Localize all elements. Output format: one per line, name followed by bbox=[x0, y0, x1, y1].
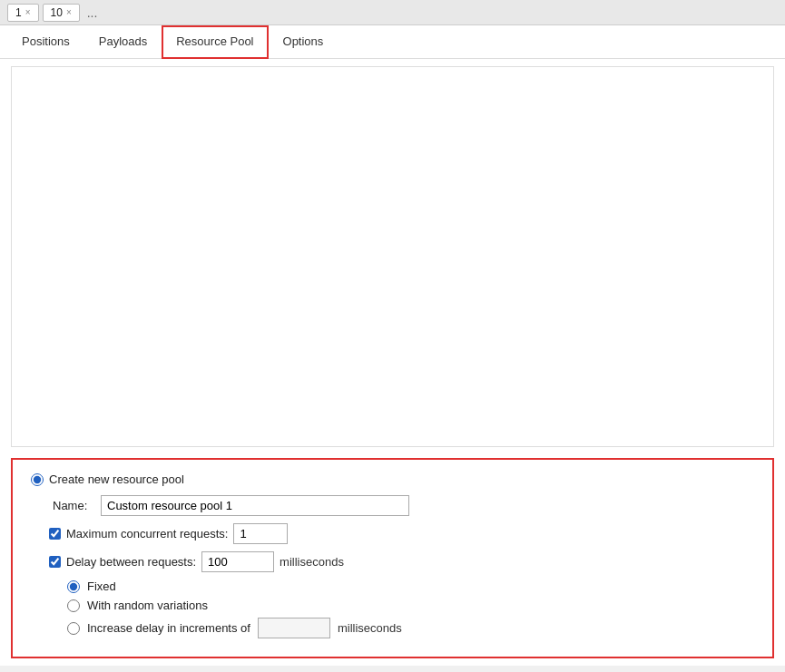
max-concurrent-checkbox[interactable] bbox=[49, 528, 61, 540]
max-concurrent-label[interactable]: Maximum concurrent requests: bbox=[66, 527, 228, 541]
tab-10[interactable]: 10 × bbox=[43, 4, 80, 22]
increment-row: Increase delay in increments of millisec… bbox=[67, 618, 754, 638]
create-new-pool-radio[interactable] bbox=[31, 473, 44, 486]
content-area: Create new resource pool Name: Maximum c… bbox=[0, 59, 785, 666]
increment-label[interactable]: Increase delay in increments of bbox=[87, 621, 250, 635]
delay-row: Delay between requests: milliseconds bbox=[31, 551, 754, 572]
increment-ms-label: milliseconds bbox=[338, 621, 402, 635]
delay-ms-label: milliseconds bbox=[280, 555, 344, 569]
tab-resource-pool[interactable]: Resource Pool bbox=[162, 25, 268, 59]
nav-tabs: Positions Payloads Resource Pool Options bbox=[0, 25, 785, 59]
name-input[interactable] bbox=[101, 495, 409, 516]
fixed-radio[interactable] bbox=[67, 580, 80, 593]
tab-payloads[interactable]: Payloads bbox=[84, 25, 162, 59]
increment-input[interactable] bbox=[258, 618, 330, 638]
tab-10-label: 10 bbox=[51, 6, 63, 19]
fixed-row: Fixed bbox=[67, 579, 754, 593]
tab-more[interactable]: ... bbox=[83, 4, 102, 22]
max-concurrent-input[interactable] bbox=[233, 523, 288, 544]
tab-1[interactable]: 1 × bbox=[7, 4, 39, 22]
increment-radio[interactable] bbox=[67, 622, 80, 635]
name-label: Name: bbox=[53, 499, 93, 512]
form-section: Create new resource pool Name: Maximum c… bbox=[11, 458, 774, 658]
delay-input[interactable] bbox=[201, 551, 274, 572]
create-pool-row: Create new resource pool bbox=[31, 472, 754, 486]
random-radio[interactable] bbox=[67, 599, 80, 612]
delay-checkbox[interactable] bbox=[49, 556, 61, 568]
random-row: With random variations bbox=[67, 599, 754, 612]
tab-1-label: 1 bbox=[15, 6, 22, 19]
sub-options: Fixed With random variations Increase de… bbox=[31, 579, 754, 638]
name-row: Name: bbox=[31, 495, 754, 516]
fixed-label[interactable]: Fixed bbox=[87, 579, 116, 593]
tab-1-close[interactable]: × bbox=[25, 7, 31, 17]
random-label[interactable]: With random variations bbox=[87, 599, 208, 612]
delay-label[interactable]: Delay between requests: bbox=[66, 555, 196, 569]
create-new-pool-label[interactable]: Create new resource pool bbox=[49, 472, 184, 486]
title-bar: 1 × 10 × ... bbox=[0, 0, 785, 25]
tab-options[interactable]: Options bbox=[269, 25, 339, 59]
max-concurrent-row: Maximum concurrent requests: bbox=[31, 523, 754, 544]
tab-10-close[interactable]: × bbox=[66, 7, 72, 17]
empty-panel bbox=[11, 66, 774, 447]
tab-positions[interactable]: Positions bbox=[7, 25, 84, 59]
